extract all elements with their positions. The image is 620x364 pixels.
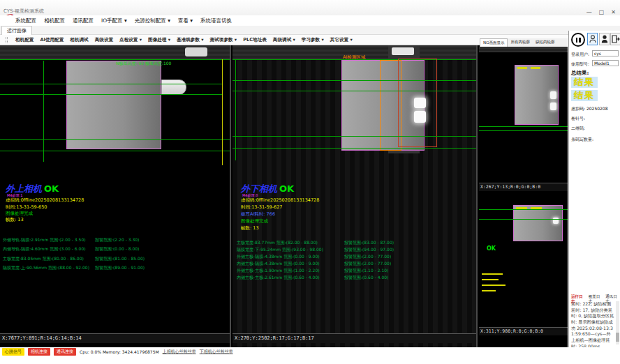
measure-vline	[235, 59, 236, 160]
log-text: 耗时: 222, 缺陷检测耗时: 17, 缺陷分类耗时: 0, 缺陷提取分区耗时…	[571, 301, 614, 349]
tab-run-image[interactable]: 运行图像	[1, 26, 32, 35]
pixel-coordinate-bar: X:7677;Y:891;R:14;G:14;B:14	[0, 333, 230, 343]
main-view: N极耳高度: 93 极耳高度:100 外上相机OK M4处理:1 虚拟码:0ff…	[0, 45, 568, 347]
measure-line	[479, 209, 568, 210]
tool-advanced-debug[interactable]: 高级调试 ▾	[273, 37, 295, 43]
frame-count-line: 帧数: 13	[6, 217, 24, 223]
menu-item-language[interactable]: 系统语言切换	[200, 17, 232, 24]
tool-camera-config[interactable]: 相机配置	[15, 37, 34, 43]
tool-image-processing[interactable]: 图像处理 ▾	[148, 37, 170, 43]
comm-link-badge: 通讯连接	[54, 348, 76, 356]
tool-learn-params[interactable]: 学习参数 ▾	[302, 37, 324, 43]
result-badge-lower: 结果	[571, 90, 598, 101]
operator-button[interactable]	[599, 33, 610, 45]
barcode-count-label: 条码写数量:	[571, 137, 593, 143]
tab-highlight	[414, 111, 426, 123]
alarm-range: 报警范围:(0.00 - 8.00)	[95, 246, 139, 252]
tab-highlight	[550, 103, 556, 110]
measure-line	[479, 130, 568, 131]
alarm-range: 报警范围:(83.00 - 87.00)	[344, 240, 394, 246]
ai-time-line: 极耳AI耗时: 766	[241, 211, 275, 218]
camera-view-upper[interactable]: N极耳高度: 93 极耳高度:100 外上相机OK M4处理:1 虚拟码:0ff…	[0, 45, 231, 347]
log-scrollbar[interactable]	[616, 301, 619, 344]
measure-line	[232, 91, 478, 91]
pause-button[interactable]	[571, 33, 585, 47]
measure-line	[232, 80, 478, 81]
baseline-line	[0, 59, 231, 60]
measure-line	[0, 151, 231, 151]
tool-advanced-settings[interactable]: 高级设置	[95, 37, 113, 43]
ng-preview-lower[interactable]: OK	[479, 191, 568, 327]
tool-plc-table[interactable]: PLC地址表	[243, 37, 267, 43]
tab-defect-contours[interactable]: 缺陷内轮廓	[533, 38, 558, 47]
menu-item-camera-config[interactable]: 相机配置	[44, 17, 65, 24]
process-done-line: 图像处理完成	[6, 211, 33, 217]
ng-preview-upper[interactable]	[479, 47, 568, 183]
log-mini-line	[482, 279, 499, 280]
log-mini-line	[482, 285, 505, 286]
menu-item-io-config[interactable]: IO手配置 ▾	[101, 17, 127, 24]
measure-vline	[43, 61, 44, 162]
menu-item-system-config[interactable]: 系统配置	[15, 17, 36, 24]
app-window: CYS-视觉检测系统 — □ ✕ C 系统配置 相机配置 通讯配置 IO手配置 …	[0, 0, 620, 364]
model-field[interactable]: Model1	[592, 60, 619, 66]
cpu-memory-status: Cpu: 0.0% Memory: 3424.41796875M	[80, 349, 159, 354]
menu-item-light-config[interactable]: 光源控制配置 ▾	[135, 17, 170, 24]
measure-line	[232, 148, 478, 149]
pixel-coordinate-bar: X:270;Y:2502;R:17;G:17;B:17	[232, 333, 476, 343]
logout-button[interactable]	[610, 33, 620, 45]
lower-camera-status[interactable]: 下相机心丝检丝带	[200, 349, 233, 355]
alarm-range: 报警范围:(94.00 - 97.00)	[344, 247, 394, 253]
scrollbar-thumb[interactable]	[616, 333, 619, 342]
qrcode-label: 二维码:	[571, 126, 585, 132]
measurement-row: 外侧主极-隔膜:4.38mm 范围:(0.00 - 9.00)	[237, 254, 320, 260]
user-icon	[589, 35, 596, 43]
tool-other-settings[interactable]: 其它设置 ▾	[330, 37, 353, 43]
tab-connector	[161, 79, 186, 95]
pause-icon	[579, 38, 581, 43]
measure-line	[479, 126, 568, 127]
window-controls: — □ ✕	[586, 9, 616, 15]
thumbnail-column: X:267;Y:13;R:0;G:0;B:0 OK X:311;Y:980;R:…	[479, 45, 568, 347]
pixel-coordinate-bar: X:267;Y:13;R:0;G:0;B:0	[479, 183, 568, 191]
measure-line	[0, 94, 222, 95]
tab-all-contours[interactable]: 所有内轮廓	[508, 38, 533, 47]
alarm-range: 报警范围:(89.00 - 91.00)	[95, 265, 145, 271]
measure-line	[0, 84, 222, 84]
virtual-code-value: 20250208	[586, 106, 608, 111]
tool-spot-check[interactable]: 点检设置 ▾	[119, 37, 142, 43]
camera-name: 外上相机	[6, 183, 42, 194]
tool-ai-usage[interactable]: AI使用配置	[40, 37, 64, 43]
login-user-label: 登录用户:	[571, 52, 589, 58]
alarm-range: 报警范围:(2.20 - 3.30)	[95, 237, 139, 243]
close-icon[interactable]: ✕	[611, 9, 616, 15]
measure-line	[232, 136, 478, 137]
menu-item-view[interactable]: 查看 ▾	[178, 17, 193, 24]
frame-count-line: 帧数: 13	[241, 225, 259, 232]
tool-test-params[interactable]: 测试项参数 ▾	[210, 37, 237, 43]
virtual-code-line: 虚拟码:0ffline20250208133134728	[6, 197, 84, 204]
result-ok: OK	[279, 183, 294, 194]
tool-camera-debug[interactable]: 相机调试	[70, 37, 88, 43]
virtual-code-label: 虚拟码: 20250208	[571, 106, 608, 112]
tool-baseline-params[interactable]: 基准线参数 ▾	[177, 37, 204, 43]
upper-camera-status[interactable]: 上相机心丝检丝带	[163, 349, 196, 355]
measurement-row: 内侧主极-主极:2.61mm 范围:(0.60 - 4.00)	[237, 275, 320, 281]
tab-ng-display[interactable]: NG画面显示	[480, 38, 508, 47]
model-label: 使用型号:	[571, 61, 589, 68]
ai-area-label: AI检测区域	[343, 54, 365, 61]
user-solid-icon	[601, 35, 608, 43]
maximize-icon[interactable]: □	[599, 9, 605, 15]
toolbar-grip-icon[interactable]	[6, 37, 8, 43]
menu-item-comm-config[interactable]: 通讯配置	[73, 17, 94, 24]
machine-part	[185, 47, 207, 56]
alarm-range: 报警范围:(0.60 - 4.00)	[344, 275, 388, 281]
camera-link-badge: 相机连接	[28, 348, 50, 356]
login-user-field[interactable]: cys	[592, 50, 619, 56]
camera-name: 外下相机	[241, 183, 277, 194]
camera-view-lower[interactable]: AI检测区域 外下相机OK M4处理:0 虚拟码:0ffline20250208…	[232, 45, 478, 347]
minimize-icon[interactable]: —	[586, 9, 592, 15]
user-button[interactable]	[587, 33, 598, 45]
alarm-range: 报警范围:(81.00 - 85.00)	[95, 256, 145, 262]
measure-line	[479, 219, 568, 220]
